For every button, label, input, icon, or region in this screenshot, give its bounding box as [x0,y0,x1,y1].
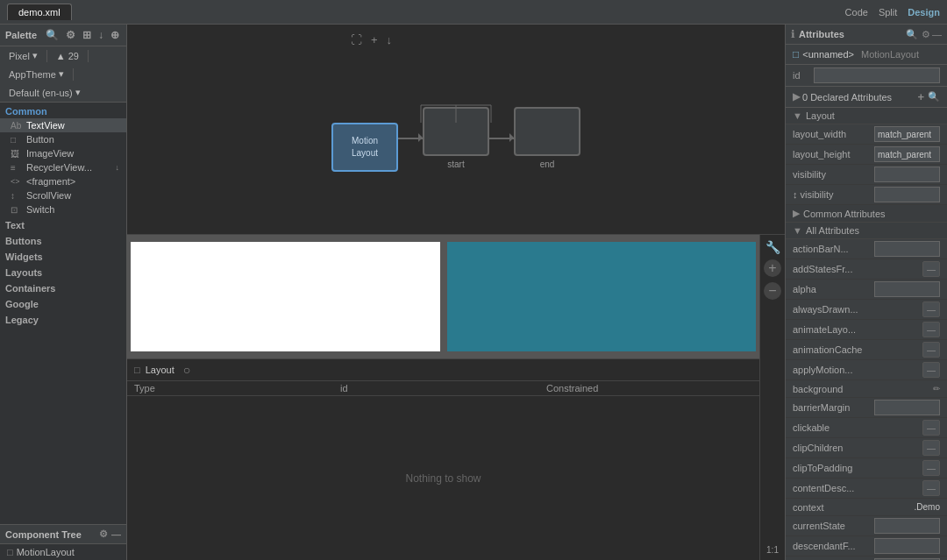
common-attrs-section-header[interactable]: ▶ Common Attributes [786,205,947,223]
attr-context: context .Demo [786,499,947,516]
component-icon: □ [793,48,799,60]
attr-descendantf: descendantF... [786,536,947,556]
attr-clickable-dash[interactable]: — [922,420,940,436]
scene-icon-2[interactable]: + [371,33,378,46]
all-attrs-section-header[interactable]: ▼ All Attributes [786,223,947,239]
preview-canvas-end [447,242,757,351]
id-input[interactable] [814,67,940,83]
palette-item-imageview[interactable]: 🖼 ImageView [0,146,126,160]
attr-visibility2-select[interactable] [874,187,940,202]
pixel-selector[interactable]: Pixel ▾ [5,49,41,62]
palette-settings-icon[interactable]: ⚙ [64,28,77,42]
palette-item-scrollview[interactable]: ↕ ScrollView [0,188,126,202]
comp-tree-settings-icon[interactable]: ⚙ [99,528,108,540]
palette-extra-icon[interactable]: ⊕ [109,28,121,42]
comp-tree-minimize-icon[interactable]: — [111,529,121,540]
attrs-panel-title: Attributes [799,29,906,39]
imageview-icon: 🖼 [11,149,23,159]
attr-cliptopadding-name: clipToPadding [793,463,922,473]
locale-selector[interactable]: Default (en-us) ▾ [5,86,84,99]
button-icon: □ [11,135,23,145]
attr-background-pencil[interactable]: ✏ [933,384,940,393]
nodes-row: MotionLayout start [331,123,580,172]
attrs-search-icon[interactable]: 🔍 [906,29,918,40]
size-selector[interactable]: ▲ 29 [53,50,82,62]
split-mode-btn[interactable]: Split [879,7,897,18]
attr-animationcache-dash[interactable]: — [922,342,940,358]
palette-cat-containers[interactable]: Containers [0,280,126,295]
toolbar-sep-2 [88,50,89,62]
attr-alwaysdrawn-dash[interactable]: — [922,301,940,317]
demo-xml-tab[interactable]: demo.xml [7,4,72,20]
preview-canvases [127,235,759,358]
attr-barriermargin-input[interactable] [874,400,940,415]
layout-panel-header: □ Layout ○ [127,359,759,381]
palette-item-textview[interactable]: Ab TextView [0,118,126,132]
attr-visibility-select[interactable] [874,167,940,182]
attr-layout-height-select[interactable]: match_parent [874,146,940,162]
fragment-icon: <> [11,177,23,186]
attr-alpha-value [874,281,940,297]
attr-addstatesfr-dash[interactable]: — [922,261,940,277]
attr-animatelayo-dash[interactable]: — [922,322,940,337]
palette-cat-layouts[interactable]: Layouts [0,264,126,280]
theme-selector[interactable]: AppTheme ▾ [5,67,68,81]
tree-item-motionlayout[interactable]: □ MotionLayout [0,544,126,560]
side-icon-plus[interactable]: + [764,259,781,277]
palette-cat-widgets[interactable]: Widgets [0,248,126,264]
attr-clipchildren-dash[interactable]: — [922,440,940,456]
palette-cat-buttons[interactable]: Buttons [0,232,126,248]
attr-applymotion-dash[interactable]: — [922,362,940,378]
dah-actions: + 🔍 [917,90,940,103]
attr-clipchildren-name: clipChildren [793,443,922,453]
design-mode-btn[interactable]: Design [908,7,940,18]
attr-layout-width-select[interactable]: match_parent [874,126,940,142]
palette-list-icon[interactable]: ⊞ [81,28,93,42]
scrollview-icon: ↕ [11,191,23,201]
attr-animatelayo-name: animateLayo... [793,324,922,335]
declared-attrs-arrow: ▶ [793,91,800,103]
code-mode-btn[interactable]: Code [845,7,868,18]
side-icon-minus[interactable]: − [764,282,781,300]
attr-contentdesc-dash[interactable]: — [922,480,940,496]
palette-cat-legacy[interactable]: Legacy [0,311,126,327]
attr-descendantf-name: descendantF... [793,541,874,551]
attr-currentstate-input[interactable] [874,518,940,534]
palette-item-button[interactable]: □ Button [0,132,126,146]
palette-download-icon[interactable]: ↓ [96,28,105,42]
tab-strip: demo.xml [7,4,72,20]
motion-node-start-label: start [447,159,464,169]
motion-node-main-box[interactable]: MotionLayout [331,123,398,172]
component-info-row: □ <unnamed> MotionLayout [786,45,947,65]
scene-icon-3[interactable]: ↓ [387,33,393,46]
motion-node-main[interactable]: MotionLayout [331,123,398,172]
palette-item-fragment[interactable]: <> <fragment> [0,174,126,188]
scene-icon-1[interactable]: ⛶ [351,33,362,46]
palette-search-icon[interactable]: 🔍 [44,28,61,42]
dah-add-icon[interactable]: + [917,90,924,103]
attr-descendantf-select[interactable] [874,538,940,554]
fragment-label: <fragment> [26,176,75,187]
attr-descendantf-value [874,538,940,554]
palette-item-switch[interactable]: ⊡ Switch [0,202,126,216]
recyclerview-icon: ≡ [11,163,23,173]
layout-section-header[interactable]: ▼ Layout [786,108,947,124]
palette-title: Palette [5,30,37,40]
attr-cliptopadding-dash[interactable]: — [922,460,940,476]
attr-alpha-input[interactable] [874,281,940,297]
info-icon-1[interactable]: ℹ [791,28,795,40]
common-attrs-arrow: ▶ [793,208,800,219]
palette-cat-google[interactable]: Google [0,295,126,311]
attrs-extra-icon[interactable]: — [932,29,942,39]
attrs-settings-icon[interactable]: ⚙ [922,29,930,40]
attr-actionbarN-select[interactable] [874,241,940,257]
layout-panel-circle[interactable]: ○ [183,363,190,377]
dah-search-icon[interactable]: 🔍 [928,91,940,103]
palette-cat-text[interactable]: Text [0,216,126,232]
palette-item-recyclerview[interactable]: ≡ RecyclerView... ↓ [0,160,126,174]
palette-cat-common[interactable]: Common [0,103,126,118]
layout-panel-cols: Type id Constrained [127,381,759,396]
side-icon-wrench[interactable]: 🔧 [765,240,780,254]
recyclerview-download-icon[interactable]: ↓ [116,163,120,172]
preview-row: □ Layout ○ Type id Constrained Nothing t… [127,235,785,560]
